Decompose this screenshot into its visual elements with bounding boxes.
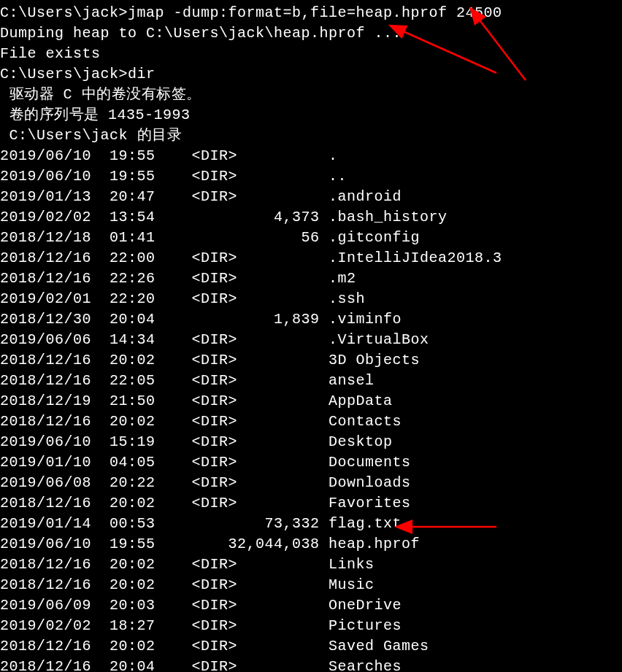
- dir-row: 2018/12/16 20:02 <DIR> 3D Objects: [0, 350, 622, 371]
- dir-row: 2018/12/19 21:50 <DIR> AppData: [0, 391, 622, 412]
- dir-row: 2018/12/16 20:02 <DIR> Contacts: [0, 412, 622, 432]
- dir-row: 2018/12/18 01:41 56 .gitconfig: [0, 228, 622, 248]
- prompt-line-2: C:\Users\jack>dir: [0, 64, 622, 85]
- dir-row: 2018/12/16 20:02 <DIR> Music: [0, 575, 622, 595]
- dir-header: 卷的序列号是 1435-1993: [0, 105, 622, 125]
- prompt-line-1: C:\Users\jack>jmap -dump:format=b,file=h…: [0, 3, 622, 23]
- prompt-prefix: C:\Users\jack>: [0, 66, 128, 82]
- dir-row: 2018/12/16 20:02 <DIR> Saved Games: [0, 636, 622, 657]
- dir-row: 2018/12/16 20:02 <DIR> Links: [0, 555, 622, 575]
- dir-row: 2018/12/16 22:26 <DIR> .m2: [0, 269, 622, 289]
- dir-row: 2018/12/16 22:05 <DIR> ansel: [0, 371, 622, 391]
- dir-row: 2019/01/14 00:53 73,332 flag.txt: [0, 514, 622, 534]
- output-line: Dumping heap to C:\Users\jack\heap.hprof…: [0, 23, 622, 44]
- dir-row: 2019/06/09 20:03 <DIR> OneDrive: [0, 595, 622, 616]
- dir-row: 2019/02/02 18:27 <DIR> Pictures: [0, 616, 622, 636]
- command-text: jmap -dump:format=b,file=heap.hprof 2450…: [128, 4, 502, 21]
- dir-row: 2018/12/16 20:04 <DIR> Searches: [0, 657, 622, 672]
- dir-row: 2019/06/06 14:34 <DIR> .VirtualBox: [0, 330, 622, 350]
- dir-row: 2018/12/16 22:00 <DIR> .IntelliJIdea2018…: [0, 248, 622, 269]
- dir-row: 2019/02/01 22:20 <DIR> .ssh: [0, 289, 622, 309]
- output-line: File exists: [0, 44, 622, 64]
- dir-header: 驱动器 C 中的卷没有标签。: [0, 85, 622, 105]
- dir-header: C:\Users\jack 的目录: [0, 125, 622, 146]
- dir-row: 2018/12/30 20:04 1,839 .viminfo: [0, 309, 622, 330]
- dir-row: 2019/06/10 19:55 <DIR> .: [0, 146, 622, 166]
- dir-row: 2019/06/10 15:19 <DIR> Desktop: [0, 432, 622, 452]
- dir-row: 2019/06/08 20:22 <DIR> Downloads: [0, 473, 622, 493]
- dir-row: 2019/02/02 13:54 4,373 .bash_history: [0, 207, 622, 228]
- command-text: dir: [128, 66, 156, 82]
- dir-row: 2019/01/10 04:05 <DIR> Documents: [0, 452, 622, 473]
- dir-row: 2019/06/10 19:55 <DIR> ..: [0, 166, 622, 187]
- dir-row: 2019/01/13 20:47 <DIR> .android: [0, 187, 622, 207]
- dir-row: 2019/06/10 19:55 32,044,038 heap.hprof: [0, 534, 622, 555]
- dir-row: 2018/12/16 20:02 <DIR> Favorites: [0, 493, 622, 514]
- prompt-prefix: C:\Users\jack>: [0, 4, 128, 21]
